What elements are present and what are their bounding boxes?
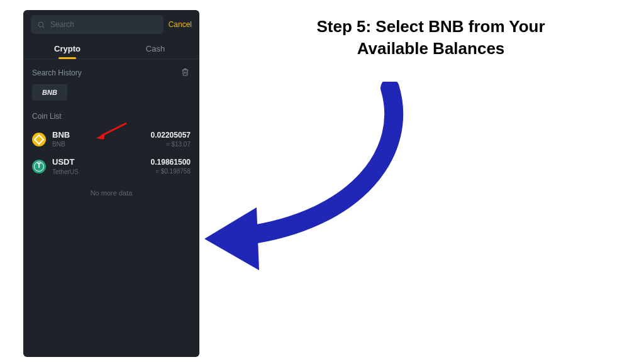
- coin-right: 0.02205057 ≈ $13.07: [151, 131, 191, 148]
- coin-name: TetherUS: [52, 168, 151, 175]
- search-box[interactable]: [31, 15, 164, 34]
- coin-left: BNB BNB: [52, 131, 151, 148]
- coin-right: 0.19861500 ≈ $0.198758: [151, 158, 191, 175]
- clear-history-button[interactable]: [180, 67, 191, 79]
- svg-marker-4: [204, 207, 259, 270]
- coin-symbol: USDT: [52, 158, 151, 167]
- no-more-data: No more data: [23, 180, 199, 206]
- coin-list-label: Coin List: [23, 108, 199, 126]
- tab-cash[interactable]: Cash: [111, 38, 199, 58]
- app-screen: Cancel Crypto Cash Search History BNB Co…: [23, 10, 199, 357]
- history-chip-row: BNB: [23, 84, 199, 108]
- blue-arrow-annotation: [201, 82, 428, 277]
- instruction-line-2: Available Balances: [233, 38, 629, 60]
- instruction-text: Step 5: Select BNB from Your Available B…: [233, 16, 629, 60]
- search-icon: [37, 21, 45, 29]
- coin-fiat: ≈ $13.07: [151, 141, 191, 148]
- bnb-icon: [32, 133, 46, 146]
- svg-line-1: [43, 26, 44, 28]
- instruction-line-1: Step 5: Select BNB from Your: [233, 16, 629, 38]
- cancel-button[interactable]: Cancel: [169, 20, 192, 29]
- coin-symbol: BNB: [52, 131, 151, 140]
- history-chip-bnb[interactable]: BNB: [32, 84, 67, 101]
- search-history-label: Search History: [32, 69, 82, 77]
- coin-left: USDT TetherUS: [52, 158, 151, 175]
- coin-row-bnb[interactable]: BNB BNB 0.02205057 ≈ $13.07: [23, 126, 199, 153]
- svg-point-0: [38, 22, 43, 27]
- tabs: Crypto Cash: [23, 38, 199, 59]
- search-history-header: Search History: [23, 59, 199, 84]
- tab-crypto[interactable]: Crypto: [23, 38, 111, 58]
- search-input[interactable]: [50, 20, 157, 29]
- search-row: Cancel: [23, 10, 199, 38]
- coin-name: BNB: [52, 141, 151, 148]
- coin-amount: 0.19861500: [151, 158, 191, 167]
- coin-fiat: ≈ $0.198758: [151, 168, 191, 175]
- coin-amount: 0.02205057: [151, 131, 191, 140]
- coin-row-usdt[interactable]: USDT TetherUS 0.19861500 ≈ $0.198758: [23, 153, 199, 180]
- trash-icon: [181, 68, 189, 76]
- usdt-icon: [32, 160, 46, 173]
